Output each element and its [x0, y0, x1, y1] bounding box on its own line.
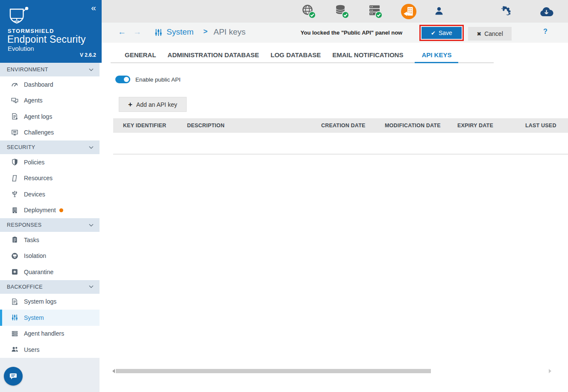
- agent-handler-status-icon[interactable]: [367, 3, 384, 20]
- sidebar-item-agents[interactable]: Agents: [0, 93, 100, 109]
- sidebar-item-label: Resources: [24, 175, 53, 181]
- sidebar-item-label: Quarantine: [24, 269, 53, 275]
- column-header-description[interactable]: DESCRIPTION: [177, 118, 311, 133]
- column-header-expiry-date[interactable]: EXPIRY DATE: [448, 118, 515, 133]
- column-header-modification-date[interactable]: MODIFICATION DATE: [375, 118, 448, 133]
- toggle-label: Enable public API: [135, 76, 181, 83]
- plus-icon: +: [128, 100, 132, 109]
- breadcrumb-current: API keys: [214, 27, 246, 37]
- sidebar-section-responses[interactable]: RESPONSES: [0, 218, 100, 232]
- sidebar-item-deployment[interactable]: Deployment: [0, 202, 100, 219]
- product-name: Endpoint Security: [7, 34, 86, 45]
- sidebar-item-tasks[interactable]: Tasks: [0, 232, 100, 248]
- tab-log-database[interactable]: LOG DATABASE: [271, 51, 321, 62]
- x-icon: ✖: [477, 31, 481, 37]
- scroll-left-arrow[interactable]: [112, 369, 115, 373]
- sidebar-item-resources[interactable]: Resources: [0, 170, 100, 187]
- section-label: RESPONSES: [7, 222, 41, 228]
- devices-icon: [11, 190, 18, 198]
- top-status-bar: [102, 0, 568, 23]
- toggle-switch-on[interactable]: [115, 76, 130, 83]
- system-logs-icon: [11, 298, 18, 305]
- sidebar-section-environment[interactable]: ENVIRONMENT: [0, 63, 100, 76]
- main-area: ← → System > API keys You locked the "Pu…: [102, 0, 568, 392]
- chevron-down-icon: [89, 68, 94, 71]
- chat-support-button[interactable]: [4, 367, 23, 386]
- content-panel: GENERALADMINISTRATION DATABASELOG DATABA…: [102, 43, 568, 392]
- sidebar-item-challenges[interactable]: Challenges: [0, 125, 100, 141]
- sidebar-item-label: System: [24, 314, 44, 321]
- column-header-last-used[interactable]: LAST USED: [515, 118, 568, 133]
- section-label: SECURITY: [7, 144, 35, 150]
- agent-logs-icon: [11, 113, 18, 120]
- sidebar-item-devices[interactable]: Devices: [0, 186, 100, 202]
- status-icon-group: [301, 3, 417, 20]
- product-edition: Evolution: [8, 45, 34, 52]
- sidebar: « STORMSHIELD Endpoint Security Evolutio…: [0, 0, 102, 392]
- sidebar-section-backoffice[interactable]: BACKOFFICE: [0, 280, 100, 294]
- chevron-down-icon: [89, 285, 94, 288]
- sidebar-item-dashboard[interactable]: Dashboard: [0, 76, 100, 93]
- sidebar-item-quarantine[interactable]: Quarantine: [0, 264, 100, 280]
- breadcrumb-separator-icon: >: [203, 27, 208, 36]
- tab-general[interactable]: GENERAL: [125, 51, 156, 62]
- forward-arrow-button[interactable]: →: [133, 27, 141, 37]
- scroll-right-arrow[interactable]: [548, 369, 552, 373]
- column-header-key-identifier[interactable]: KEY IDENTIFIER: [113, 118, 177, 133]
- table-empty-row: [113, 133, 568, 155]
- horizontal-scrollbar[interactable]: [112, 369, 552, 374]
- dashboard-icon: [11, 81, 18, 88]
- section-label: ENVIRONMENT: [7, 67, 48, 73]
- deployment-pending-status-icon[interactable]: [401, 3, 417, 20]
- help-button[interactable]: ?: [543, 28, 548, 35]
- tab-api-keys[interactable]: API KEYS: [415, 51, 458, 62]
- agents-icon: [11, 97, 18, 104]
- sidebar-section-security[interactable]: SECURITY: [0, 140, 100, 154]
- sidebar-item-label: Agents: [24, 97, 43, 104]
- brand-name: STORMSHIELD: [8, 28, 54, 34]
- sidebar-item-agent-logs[interactable]: Agent logs: [0, 108, 100, 125]
- sidebar-item-label: Deployment: [24, 207, 56, 214]
- sidebar-item-label: Devices: [24, 191, 45, 198]
- breadcrumb-parent[interactable]: System: [167, 27, 193, 37]
- policies-icon: [11, 158, 18, 166]
- user-account-icon[interactable]: [434, 6, 444, 18]
- lock-notification-text: You locked the "Public API" panel now: [281, 29, 422, 36]
- system-icon: [11, 314, 18, 321]
- stormshield-shield-logo-icon: [7, 6, 29, 28]
- users-icon: [11, 346, 18, 353]
- tab-email-notifications[interactable]: EMAIL NOTIFICATIONS: [332, 51, 403, 62]
- cancel-button-label: Cancel: [484, 30, 503, 37]
- action-bar: ← → System > API keys You locked the "Pu…: [102, 23, 568, 43]
- scrollbar-thumb[interactable]: [116, 369, 431, 373]
- services-gear-icon[interactable]: [500, 5, 512, 19]
- column-header-creation-date[interactable]: CREATION DATE: [311, 118, 375, 133]
- add-api-key-button[interactable]: + Add an API key: [119, 97, 187, 112]
- challenges-icon: [11, 129, 18, 136]
- internet-status-icon[interactable]: [301, 3, 317, 20]
- add-api-key-label: Add an API key: [136, 101, 177, 108]
- sidebar-item-users[interactable]: Users: [0, 342, 100, 358]
- back-arrow-button[interactable]: ←: [118, 27, 126, 37]
- sidebar-item-label: Dashboard: [24, 81, 53, 88]
- sidebar-item-isolation[interactable]: Isolation: [0, 248, 100, 264]
- database-status-icon[interactable]: [334, 3, 350, 20]
- check-icon: ✔: [431, 30, 436, 36]
- app-logo-block: « STORMSHIELD Endpoint Security Evolutio…: [0, 0, 102, 63]
- collapse-sidebar-icon[interactable]: «: [91, 3, 96, 13]
- tab-administration-database[interactable]: ADMINISTRATION DATABASE: [167, 51, 259, 62]
- isolation-icon: [11, 252, 18, 260]
- cloud-download-icon[interactable]: [539, 6, 553, 18]
- sidebar-item-system-logs[interactable]: System logs: [0, 294, 100, 310]
- sidebar-item-agent-handlers[interactable]: Agent handlers: [0, 326, 100, 342]
- chat-bubble-icon: [9, 372, 18, 381]
- save-button-label: Save: [439, 29, 452, 36]
- sidebar-item-label: Agent handlers: [24, 330, 64, 337]
- save-button[interactable]: ✔Save: [422, 27, 462, 39]
- chevron-down-icon: [89, 224, 94, 227]
- cancel-button[interactable]: ✖Cancel: [468, 27, 512, 41]
- enable-public-api-toggle[interactable]: Enable public API: [115, 76, 181, 83]
- sidebar-item-label: Users: [24, 346, 40, 353]
- sidebar-item-system[interactable]: System: [0, 310, 100, 326]
- sidebar-item-policies[interactable]: Policies: [0, 154, 100, 170]
